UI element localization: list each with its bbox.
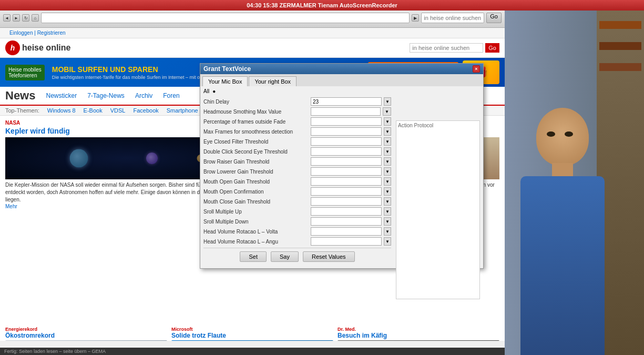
dialog-label-10: Mouth Close Gain Threshold: [203, 199, 309, 205]
dialog-row-13: Head Volume Rotacao L – Volta ▼: [203, 227, 391, 236]
browser-toolbar: ◄ ► ↻ ⌂ ▶ Go: [3, 13, 502, 23]
art-sm-cat-3: Dr. Med.: [338, 327, 499, 332]
dialog-input-12[interactable]: [311, 217, 382, 226]
refresh-button[interactable]: ↻: [22, 14, 29, 22]
art-sm-cat-2: Microsoft: [171, 327, 333, 332]
dialog-input-0[interactable]: [311, 97, 382, 106]
dialog-tab-1[interactable]: Your Mic Box: [202, 76, 248, 86]
dialog-input-4[interactable]: [311, 137, 382, 146]
go-button[interactable]: ▶: [412, 14, 419, 22]
dialog-row-2: Percentage of frames outside Fade ▼: [203, 117, 391, 126]
dialog-input-1[interactable]: [311, 107, 381, 116]
dialog-dropdown-8[interactable]: ▼: [384, 177, 391, 186]
home-button[interactable]: ⌂: [32, 14, 39, 22]
dialog-dropdown-11[interactable]: ▼: [384, 207, 391, 216]
dialog-label-3: Max Frames for smoothness detection: [203, 129, 309, 135]
nav-newsticker[interactable]: Newsticker: [46, 89, 77, 103]
dialog-row-7: Brow Lowerer Gain Threshold ▼: [203, 167, 391, 176]
article-kaefig: Dr. Med. Besuch im Käfig In einem Frankf…: [338, 327, 499, 341]
dialog-dropdown-10[interactable]: ▼: [384, 197, 391, 206]
shelf-3: [599, 63, 641, 71]
article-oekostrom: Energierekord Ökostromrekord Der neue Ös…: [5, 327, 167, 341]
dialog-close-button[interactable]: ×: [473, 65, 480, 73]
dialog-input-10[interactable]: [311, 197, 382, 206]
status-bar: Fertig: Seiten laden lesen – seite übern…: [0, 348, 505, 355]
art-sm-img-3: [338, 340, 499, 341]
back-button[interactable]: ◄: [3, 14, 11, 22]
taskbar-top: 04:30 15:38 ZERMALMER Tienam AutoScreenR…: [0, 0, 644, 11]
heise-header: h heise online Go: [0, 38, 505, 58]
dialog-dropdown-13[interactable]: ▼: [384, 227, 391, 236]
nav-archiv[interactable]: Archiv: [135, 89, 152, 103]
sub-nav-windows8[interactable]: Windows 8: [47, 107, 76, 114]
heise-logo: h heise online: [5, 40, 70, 55]
dialog-label-7: Brow Lowerer Gain Threshold: [203, 169, 309, 175]
dialog-row-8: Mouth Open Gain Threshold ▼: [203, 177, 391, 186]
eye-left: [547, 131, 555, 137]
art-sm-title-3[interactable]: Besuch im Käfig: [338, 332, 499, 339]
heise-search-button[interactable]: Go: [485, 43, 499, 53]
dialog-input-3[interactable]: [311, 127, 382, 136]
dialog-input-14[interactable]: [311, 237, 382, 246]
dialog-dropdown-14[interactable]: ▼: [384, 237, 391, 246]
dialog-dropdown-7[interactable]: ▼: [384, 167, 391, 176]
dialog-row-9: Mouth Open Confirmation ▼: [203, 187, 391, 196]
dialog-row-10: Mouth Close Gain Threshold ▼: [203, 197, 391, 206]
dialog-dropdown-1[interactable]: ▼: [383, 107, 391, 116]
dialog-input-7[interactable]: [311, 167, 382, 176]
taskbar-title: 04:30 15:38 ZERMALMER Tienam AutoScreenR…: [247, 2, 397, 8]
dialog-row-6: Brow Raiser Gain Threshold ▼: [203, 157, 391, 166]
dialog-reset-button[interactable]: Reset Values: [303, 251, 355, 262]
dialog-tab-2[interactable]: Your right Box: [249, 76, 297, 86]
heise-search-input[interactable]: [410, 43, 483, 53]
sub-nav-vdsl[interactable]: VDSL: [110, 107, 126, 114]
search-input[interactable]: [421, 13, 484, 23]
sub-nav-facebook[interactable]: Facebook: [133, 107, 158, 114]
person-body: [520, 176, 605, 355]
login-links[interactable]: Einloggen | Registrieren: [5, 29, 70, 37]
dialog-input-13[interactable]: [311, 227, 382, 236]
dialog-dropdown-3[interactable]: ▼: [384, 127, 391, 136]
dialog-label-1: Headmouse Smothing Max Value: [203, 109, 309, 115]
dialog-input-9[interactable]: [311, 187, 382, 196]
dialog-tab-values: All ●: [200, 86, 483, 94]
dialog-set-button[interactable]: Set: [240, 251, 267, 262]
dialog-input-8[interactable]: [311, 177, 382, 186]
dialog-input-11[interactable]: [311, 207, 382, 216]
dialog-buttons: Set Say Reset Values: [203, 248, 391, 265]
dialog-tab-val-2: ●: [212, 88, 216, 94]
dialog-row-12: Sroll Multiple Down ▼: [203, 217, 391, 226]
eye-right: [565, 131, 573, 137]
dialog-label-2: Percentage of frames outside Fade: [203, 119, 309, 125]
dialog-label-5: Double Click Second Eye Threshold: [203, 149, 309, 155]
dialog-tab-val-1: All: [203, 88, 209, 94]
address-bar[interactable]: [41, 13, 410, 23]
dialog-dropdown-0[interactable]: ▼: [384, 97, 391, 106]
dialog-title: Grant TextVoice: [203, 65, 251, 73]
sub-nav-smartphone[interactable]: Smartphone: [167, 107, 198, 114]
heise-search-box: Go: [410, 43, 499, 53]
nav-foren[interactable]: Foren: [163, 89, 179, 103]
dialog-body: Chin Delay ▼ Headmouse Smothing Max Valu…: [200, 94, 483, 268]
dialog-label-0: Chin Delay: [203, 99, 309, 105]
art-sm-title-1[interactable]: Ökostromrekord: [5, 332, 167, 339]
dialog-say-button[interactable]: Say: [271, 251, 299, 262]
browser-chrome: ◄ ► ↻ ⌂ ▶ Go: [0, 11, 505, 28]
dialog-dropdown-5[interactable]: ▼: [384, 147, 391, 156]
dialog-input-6[interactable]: [311, 157, 382, 166]
dialog-dropdown-4[interactable]: ▼: [384, 137, 391, 146]
nav-7-tage-news[interactable]: 7-Tage-News: [87, 89, 125, 103]
art-sm-title-2[interactable]: Solide trotz Flaute: [171, 332, 333, 339]
dialog-row-14: Head Volume Rotacao L – Angu ▼: [203, 237, 391, 246]
dialog-input-5[interactable]: [311, 147, 382, 156]
sub-nav-ebook[interactable]: E-Book: [84, 107, 103, 114]
dialog-input-2[interactable]: [311, 117, 382, 126]
dialog-dropdown-9[interactable]: ▼: [384, 187, 391, 196]
search-button[interactable]: Go: [486, 13, 502, 23]
dialog-dropdown-6[interactable]: ▼: [384, 157, 391, 166]
planet-1: [69, 149, 88, 168]
dialog-dropdown-12[interactable]: ▼: [384, 217, 391, 226]
dialog-row-1: Headmouse Smothing Max Value ▼: [203, 107, 391, 116]
dialog-dropdown-2[interactable]: ▼: [384, 117, 391, 126]
forward-button[interactable]: ►: [13, 14, 20, 22]
